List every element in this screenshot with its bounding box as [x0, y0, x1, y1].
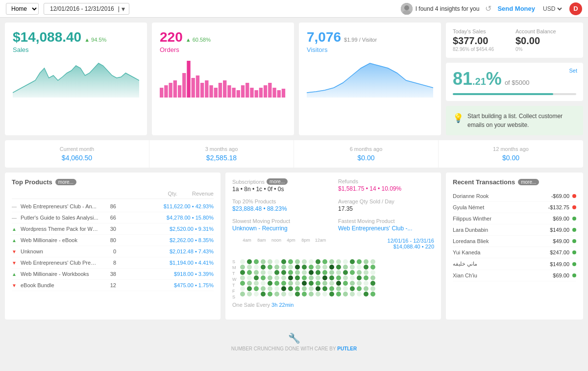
svg-rect-16 — [219, 83, 222, 98]
account-balance-label: Account Balance — [515, 28, 576, 34]
svg-rect-30 — [282, 89, 285, 98]
transaction-amount: $69.00 — [553, 272, 569, 278]
subscriptions-more-button[interactable]: more... — [267, 178, 288, 185]
user-avatar[interactable]: D — [569, 2, 582, 15]
table-row: ▲ Wordpress Theme Pack for We... 30 $2,5… — [12, 223, 214, 235]
list-item: Xian Ch'iu $69.00 — [453, 270, 576, 281]
goal-of: of $5000 — [505, 79, 530, 86]
transaction-amount: $69.00 — [553, 216, 569, 222]
comp-value-3: $0.00 — [446, 154, 575, 162]
trend-icon: — — [12, 204, 18, 209]
products-more-button[interactable]: more... — [55, 179, 76, 185]
svg-rect-7 — [178, 85, 181, 98]
transaction-name: Loredana Bliek — [453, 238, 553, 244]
svg-rect-9 — [187, 61, 190, 98]
transaction-name: ماني خليفه — [453, 261, 550, 267]
products-col-header: Qty. Revenue — [12, 191, 214, 199]
comp-value-0: $4,060.50 — [13, 154, 141, 162]
comp-label-1: 3 months ago — [157, 146, 286, 152]
product-qty: 80 — [99, 237, 116, 243]
footer-text: NUMBER CRUNCHING DONE WITH CARE BY — [231, 346, 336, 351]
transaction-status-dot — [572, 239, 576, 243]
transaction-name: Gyula Német — [453, 204, 548, 210]
svg-rect-25 — [259, 88, 263, 98]
svg-rect-3 — [160, 88, 163, 98]
transaction-name: Filippus Winther — [453, 216, 553, 222]
refunds-value: $1,581.75 • 14 • 10.09% — [338, 185, 434, 192]
comp-label-2: 6 months ago — [302, 146, 430, 152]
heatmap-total: $14,088.40 • 220 — [388, 244, 434, 249]
transaction-status-dot — [572, 273, 576, 277]
middle-stats-grid: Subscriptions more... 1a • 8n • 1c • 0f … — [232, 178, 434, 232]
transaction-amount: $149.00 — [550, 227, 569, 233]
right-panel: Today's Sales $377.00 82.96% of $454.46 … — [446, 23, 583, 135]
orders-change: ▲ 60.58% — [186, 37, 211, 43]
product-name: Web Entrepreneurs' Club - An... — [21, 203, 99, 209]
set-goal-link[interactable]: Set — [569, 68, 577, 74]
currency-select[interactable]: USD — [541, 5, 564, 13]
svg-rect-13 — [205, 80, 208, 98]
goal-bar-track — [453, 93, 576, 95]
comparison-cell-3: 12 months ago $0.00 — [439, 140, 583, 168]
product-revenue: $475.00 • 1.75% — [116, 282, 214, 288]
list-item: Lara Dunbabin $149.00 — [453, 224, 576, 236]
visitors-per: $1.99 / Visitor — [344, 37, 377, 43]
products-header: Top Products more... — [12, 178, 214, 186]
transaction-status-dot — [572, 228, 576, 232]
sales-card: $14,088.40 ▲ 94.5% Sales — [5, 23, 147, 135]
orders-label: Orders — [160, 46, 286, 53]
product-qty: 12 — [99, 282, 116, 288]
email-text: Start building a list. Collect customer … — [467, 112, 576, 129]
list-item: Dorianne Rook -$69.00 — [453, 191, 576, 202]
table-row: ▼ Unknown 0 $2,012.48 • 7.43% — [12, 246, 214, 257]
subscriptions-stat: Subscriptions more... 1a • 8n • 1c • 0f … — [232, 178, 328, 193]
send-money-button[interactable]: Send Money — [497, 5, 535, 12]
sales-label: Sales — [13, 46, 139, 53]
transaction-amount: $49.00 — [553, 238, 569, 244]
svg-point-1 — [404, 5, 409, 10]
comparison-cell-1: 3 months ago $2,585.18 — [149, 140, 294, 168]
comp-label-3: 12 months ago — [446, 146, 575, 152]
product-name: Unknown — [21, 248, 99, 254]
insights-text: I found 4 insights for you — [416, 5, 480, 12]
insights-button[interactable]: I found 4 insights for you — [401, 3, 480, 15]
transaction-name: Lara Dunbabin — [453, 227, 550, 233]
svg-rect-14 — [209, 85, 213, 98]
today-sales-label: Today's Sales — [453, 28, 514, 34]
transaction-amount: -$132.75 — [548, 204, 569, 210]
transaction-status-dot — [572, 194, 576, 198]
table-row: — Web Entrepreneurs' Club - An... 86 $11… — [12, 201, 214, 212]
sales-value: $14,088.40 — [13, 29, 81, 45]
product-qty: 86 — [99, 203, 116, 209]
transaction-amount: -$69.00 — [551, 193, 569, 199]
transactions-more-button[interactable]: more... — [518, 179, 539, 185]
heatmap-section: 4am8amnoon4pm8pm12am 12/01/16 - 12/31/16… — [232, 238, 434, 308]
heatmap-container: SMTWTFS — [232, 252, 434, 300]
transaction-name: Dorianne Rook — [453, 193, 551, 199]
svg-rect-27 — [268, 83, 271, 98]
home-select[interactable]: Home — [6, 3, 39, 15]
date-arrow-btn[interactable]: ▾ — [122, 5, 125, 13]
svg-rect-21 — [241, 85, 245, 98]
svg-rect-8 — [182, 73, 186, 98]
sales-chart — [13, 58, 139, 98]
transaction-amount: $247.00 — [550, 249, 569, 255]
comp-label-0: Current month — [13, 146, 141, 152]
product-name: Web Millionaire - eBook — [21, 237, 99, 243]
subscriptions-value: 1a • 8n • 1c • 0f • 0s — [232, 186, 328, 193]
table-row: — Putler's Guide to Sales Analysi... 66 … — [12, 212, 214, 223]
svg-rect-28 — [272, 88, 276, 98]
heatmap-date-range: 12/01/16 - 12/31/16 — [388, 238, 434, 244]
product-revenue: $2,262.00 • 8.35% — [116, 237, 214, 243]
product-name: Wordpress Theme Pack for We... — [21, 226, 99, 232]
product-name: eBook Bundle — [21, 282, 99, 288]
one-sale-value: 3h 22min — [271, 302, 294, 308]
date-picker[interactable]: 12/01/2016 - 12/31/2016 | ▾ — [44, 3, 129, 15]
refresh-icon[interactable]: ↺ — [485, 4, 491, 13]
product-revenue: $4,278.00 • 15.80% — [116, 215, 214, 221]
sales-change: ▲ 94.5% — [84, 37, 106, 43]
svg-rect-12 — [200, 83, 204, 98]
goal-bar-fill — [453, 93, 553, 95]
header: Home 12/01/2016 - 12/31/2016 | ▾ I found… — [0, 0, 588, 18]
svg-rect-4 — [164, 85, 168, 98]
